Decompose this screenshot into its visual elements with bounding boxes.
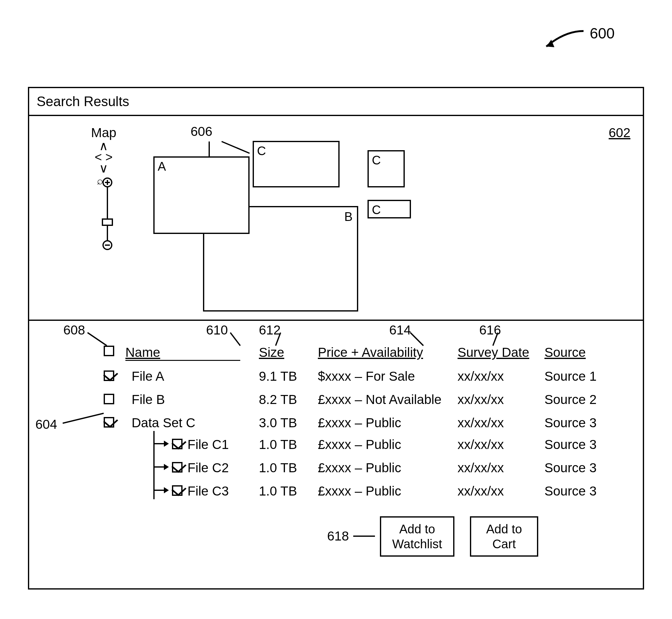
title-bar: Search Results (29, 88, 643, 116)
svg-line-14 (410, 333, 423, 346)
row-source: Source 3 (544, 484, 597, 499)
svg-line-15 (493, 333, 498, 346)
row-size: 9.1 TB (259, 369, 297, 384)
callout-610: 610 (206, 323, 228, 338)
map-region-a[interactable]: A (153, 156, 250, 234)
row-checkbox[interactable] (172, 462, 183, 473)
svg-line-16 (63, 413, 104, 423)
figure-number: 600 (590, 25, 615, 42)
pan-down-icon[interactable]: ∨ (82, 162, 125, 174)
search-results-window: Search Results 602 Map ∧ < > ∨ ⌕ (28, 87, 644, 590)
figure-arrow-icon (537, 25, 587, 53)
row-date: xx/xx/xx (458, 369, 504, 384)
callout-618: 618 (327, 529, 349, 544)
row-date: xx/xx/xx (458, 437, 504, 452)
add-to-cart-button[interactable]: Add to Cart (470, 516, 538, 557)
col-price-header[interactable]: Price + Availability (318, 345, 423, 360)
callout-608-lead (85, 330, 113, 349)
row-date: xx/xx/xx (458, 415, 504, 430)
callout-616-lead (492, 330, 504, 349)
row-price: $xxxx – For Sale (318, 369, 415, 384)
tree-arrow-icon (154, 440, 169, 448)
row-source: Source 1 (544, 369, 597, 384)
col-source-header[interactable]: Source (544, 345, 586, 360)
map-region-c-square[interactable]: C (367, 150, 405, 187)
map-label: Map (82, 125, 125, 140)
row-checkbox[interactable] (104, 394, 114, 404)
row-source: Source 3 (544, 437, 597, 452)
row-size: 3.0 TB (259, 415, 297, 430)
row-source: Source 3 (544, 415, 597, 430)
row-checkbox[interactable] (104, 417, 114, 427)
row-price: £xxxx – Not Available (318, 392, 442, 407)
row-price: £xxxx – Public (318, 484, 401, 499)
map-panel: 602 Map ∧ < > ∨ ⌕ (29, 116, 643, 321)
row-date: xx/xx/xx (458, 484, 504, 499)
map-region-c-large[interactable]: C (253, 141, 340, 187)
callout-608: 608 (63, 323, 85, 338)
map-zoom-slider[interactable]: ⌕ (91, 176, 116, 253)
map-panel-ref: 602 (609, 125, 630, 140)
row-price: £xxxx – Public (318, 437, 401, 452)
map-region-c-wide[interactable]: C (367, 200, 411, 218)
add-to-watchlist-button[interactable]: Add to Watchlist (380, 516, 454, 557)
svg-line-12 (230, 333, 240, 346)
row-date: xx/xx/xx (458, 461, 504, 475)
row-checkbox[interactable] (172, 439, 183, 449)
callout-606: 606 (191, 124, 212, 139)
callout-604: 604 (36, 417, 57, 432)
row-date: xx/xx/xx (458, 392, 504, 407)
col-name-header[interactable]: Name (125, 345, 240, 361)
row-name: File C2 (188, 461, 229, 475)
map-pan-control[interactable]: ∧ < > ∨ (82, 140, 125, 174)
window-title: Search Results (37, 94, 129, 109)
row-price: £xxxx – Public (318, 415, 401, 430)
row-size: 8.2 TB (259, 392, 297, 407)
svg-rect-6 (103, 219, 112, 225)
row-source: Source 2 (544, 392, 597, 407)
results-table-panel: Name Size Price + Availability Survey Da… (29, 321, 643, 591)
row-price: £xxxx – Public (318, 461, 401, 475)
callout-614-lead (408, 330, 426, 349)
tree-arrow-icon (154, 486, 169, 494)
row-name: Data Set C (132, 415, 195, 430)
row-name: File C1 (188, 437, 229, 452)
pan-up-icon[interactable]: ∧ (82, 140, 125, 151)
tree-arrow-icon (154, 463, 169, 471)
svg-text:⌕: ⌕ (97, 176, 103, 187)
row-size: 1.0 TB (259, 437, 297, 452)
row-size: 1.0 TB (259, 484, 297, 499)
callout-612-lead (274, 330, 287, 349)
callout-610-lead (228, 330, 247, 349)
row-name: File A (132, 369, 164, 384)
svg-line-11 (87, 333, 107, 346)
row-source: Source 3 (544, 461, 597, 475)
svg-line-10 (222, 141, 250, 153)
callout-618-lead (353, 536, 375, 537)
row-name: File C3 (188, 484, 229, 499)
row-size: 1.0 TB (259, 461, 297, 475)
row-checkbox[interactable] (104, 370, 114, 381)
callout-604-lead (60, 411, 107, 429)
row-name: File B (132, 392, 165, 407)
svg-line-13 (276, 333, 281, 346)
row-checkbox[interactable] (172, 485, 183, 496)
